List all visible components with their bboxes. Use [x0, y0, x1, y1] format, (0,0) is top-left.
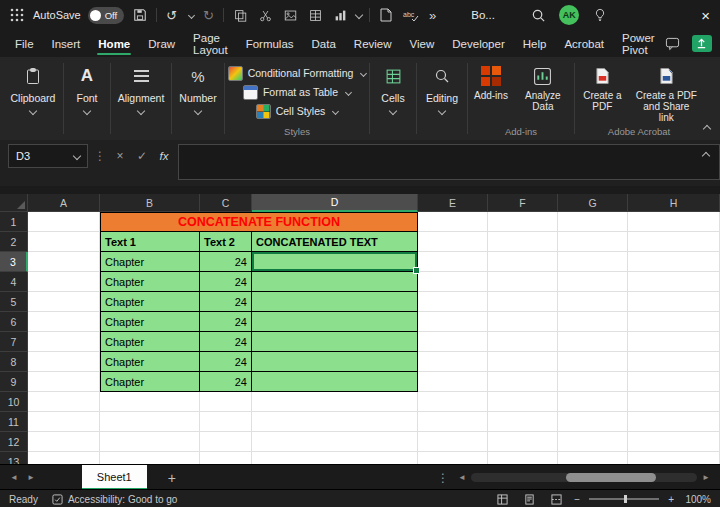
- cell-E9[interactable]: [418, 372, 488, 392]
- cell-B6[interactable]: Chapter: [100, 312, 200, 332]
- cell-F12[interactable]: [488, 432, 558, 452]
- undo-icon[interactable]: ↺: [164, 8, 179, 23]
- cell-F6[interactable]: [488, 312, 558, 332]
- cell-E2[interactable]: [418, 232, 488, 252]
- ribbon-group-cells[interactable]: Cells: [371, 57, 415, 140]
- cell-G8[interactable]: [558, 352, 628, 372]
- zoom-level[interactable]: 100%: [683, 494, 711, 505]
- cell-C12[interactable]: [200, 432, 252, 452]
- formula-bar-expand-icon[interactable]: [702, 152, 710, 160]
- chart-icon[interactable]: [331, 6, 349, 24]
- col-header-F[interactable]: F: [488, 194, 558, 212]
- cell-A3[interactable]: [28, 252, 100, 272]
- cell-D2[interactable]: CONCATENATED TEXT: [252, 232, 418, 252]
- cell-B2[interactable]: Text 1: [100, 232, 200, 252]
- cell-B12[interactable]: [100, 432, 200, 452]
- row-header-11[interactable]: 11: [0, 412, 28, 432]
- avatar[interactable]: AK: [559, 5, 579, 25]
- cell-F10[interactable]: [488, 392, 558, 412]
- accessibility-status[interactable]: Accessibility: Good to go: [52, 494, 178, 505]
- document-title[interactable]: Bo...: [471, 9, 495, 21]
- cell-H9[interactable]: [628, 372, 720, 392]
- cell-A6[interactable]: [28, 312, 100, 332]
- col-header-C[interactable]: C: [200, 194, 252, 212]
- ribbon-group-clipboard[interactable]: Clipboard: [4, 57, 62, 140]
- col-header-B[interactable]: B: [100, 194, 200, 212]
- cell-H1[interactable]: [628, 212, 720, 232]
- copy-icon[interactable]: [231, 6, 249, 24]
- cell-H11[interactable]: [628, 412, 720, 432]
- cell-F3[interactable]: [488, 252, 558, 272]
- cell-H4[interactable]: [628, 272, 720, 292]
- menu-tab-view[interactable]: View: [401, 30, 444, 57]
- cell-E12[interactable]: [418, 432, 488, 452]
- cell-D8[interactable]: [252, 352, 418, 372]
- cell-H2[interactable]: [628, 232, 720, 252]
- menu-tab-insert[interactable]: Insert: [43, 30, 90, 57]
- cell-A4[interactable]: [28, 272, 100, 292]
- row-header-2[interactable]: 2: [0, 232, 28, 252]
- menu-tab-draw[interactable]: Draw: [139, 30, 184, 57]
- cell-C5[interactable]: 24: [200, 292, 252, 312]
- row-header-3[interactable]: 3: [0, 252, 28, 272]
- cell-G11[interactable]: [558, 412, 628, 432]
- scrollbar-thumb[interactable]: [566, 473, 656, 482]
- cell-D3[interactable]: [252, 252, 418, 272]
- cell-C6[interactable]: 24: [200, 312, 252, 332]
- add-sheet-button[interactable]: +: [168, 470, 176, 486]
- cell-A1[interactable]: [28, 212, 100, 232]
- row-header-8[interactable]: 8: [0, 352, 28, 372]
- cell-F7[interactable]: [488, 332, 558, 352]
- comments-icon[interactable]: [664, 35, 682, 53]
- sheet-nav-right-icon[interactable]: ►: [27, 473, 35, 482]
- close-window-button[interactable]: ×: [699, 7, 712, 24]
- cell-B9[interactable]: Chapter: [100, 372, 200, 392]
- conditional-formatting-button[interactable]: Conditional Formatting: [224, 64, 371, 83]
- cell-F13[interactable]: [488, 452, 558, 464]
- cell-F9[interactable]: [488, 372, 558, 392]
- cell-C7[interactable]: 24: [200, 332, 252, 352]
- search-icon[interactable]: [529, 6, 547, 24]
- cell-C13[interactable]: [200, 452, 252, 464]
- cell-E11[interactable]: [418, 412, 488, 432]
- cell-G4[interactable]: [558, 272, 628, 292]
- image-icon[interactable]: [281, 6, 299, 24]
- formula-input[interactable]: [178, 144, 720, 180]
- menu-tab-data[interactable]: Data: [303, 30, 345, 57]
- zoom-slider[interactable]: [589, 498, 659, 500]
- cell-B11[interactable]: [100, 412, 200, 432]
- scrollbar-track[interactable]: [471, 473, 697, 482]
- cell-B7[interactable]: Chapter: [100, 332, 200, 352]
- cell-C4[interactable]: 24: [200, 272, 252, 292]
- cell-E10[interactable]: [418, 392, 488, 412]
- cell-E7[interactable]: [418, 332, 488, 352]
- format-as-table-button[interactable]: Format as Table: [239, 83, 355, 102]
- cell-F1[interactable]: [488, 212, 558, 232]
- cell-H3[interactable]: [628, 252, 720, 272]
- ribbon-group-font[interactable]: A Font: [65, 57, 109, 140]
- select-all-corner[interactable]: [0, 194, 28, 212]
- cell-E4[interactable]: [418, 272, 488, 292]
- undo-dropdown-icon[interactable]: [188, 11, 195, 18]
- cell-H8[interactable]: [628, 352, 720, 372]
- cell-G10[interactable]: [558, 392, 628, 412]
- create-pdf-button[interactable]: Create a PDF: [576, 64, 629, 112]
- cell-A11[interactable]: [28, 412, 100, 432]
- cell-F4[interactable]: [488, 272, 558, 292]
- normal-view-icon[interactable]: [493, 490, 511, 507]
- menu-tab-file[interactable]: File: [6, 30, 43, 57]
- cell-C9[interactable]: 24: [200, 372, 252, 392]
- cell-B8[interactable]: Chapter: [100, 352, 200, 372]
- cell-C2[interactable]: Text 2: [200, 232, 252, 252]
- cell-D5[interactable]: [252, 292, 418, 312]
- cell-C8[interactable]: 24: [200, 352, 252, 372]
- cell-G2[interactable]: [558, 232, 628, 252]
- cell-H5[interactable]: [628, 292, 720, 312]
- cell-A7[interactable]: [28, 332, 100, 352]
- cell-E8[interactable]: [418, 352, 488, 372]
- cell-E3[interactable]: [418, 252, 488, 272]
- cell-H12[interactable]: [628, 432, 720, 452]
- cell-B3[interactable]: Chapter: [100, 252, 200, 272]
- cut-icon[interactable]: [256, 6, 274, 24]
- name-box[interactable]: D3: [8, 144, 88, 168]
